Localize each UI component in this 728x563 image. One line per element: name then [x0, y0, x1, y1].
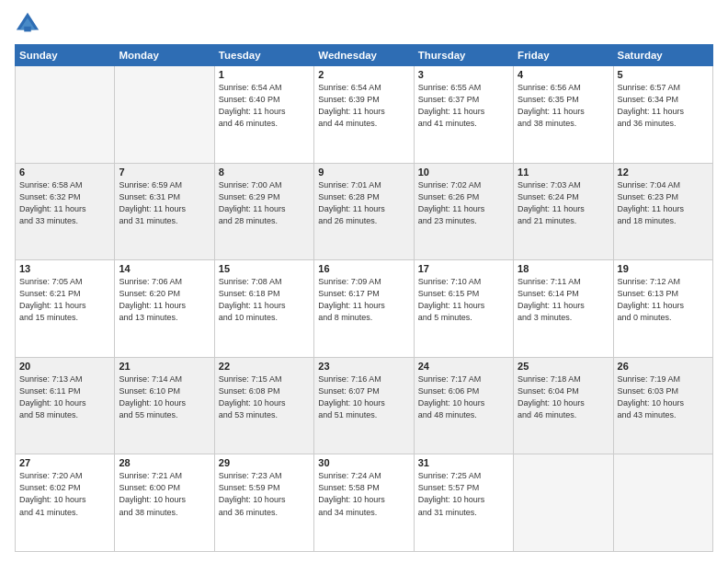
calendar-cell: 24Sunrise: 7:17 AM Sunset: 6:06 PM Dayli…: [414, 357, 513, 454]
calendar-cell: 1Sunrise: 6:54 AM Sunset: 6:40 PM Daylig…: [214, 66, 313, 164]
calendar-cell: 25Sunrise: 7:18 AM Sunset: 6:04 PM Dayli…: [514, 357, 613, 454]
day-number: 19: [618, 263, 709, 274]
day-info: Sunrise: 7:04 AM Sunset: 6:23 PM Dayligh…: [618, 179, 709, 227]
calendar-cell: 18Sunrise: 7:11 AM Sunset: 6:14 PM Dayli…: [514, 260, 613, 358]
day-number: 3: [418, 69, 509, 80]
day-number: 26: [618, 361, 709, 372]
calendar-cell: 9Sunrise: 7:01 AM Sunset: 6:28 PM Daylig…: [314, 163, 414, 260]
day-number: 21: [119, 361, 210, 372]
calendar-cell: 5Sunrise: 6:57 AM Sunset: 6:34 PM Daylig…: [613, 66, 712, 164]
day-info: Sunrise: 7:25 AM Sunset: 5:57 PM Dayligh…: [418, 470, 509, 518]
day-number: 7: [119, 167, 210, 178]
day-info: Sunrise: 7:20 AM Sunset: 6:02 PM Dayligh…: [19, 470, 110, 518]
day-info: Sunrise: 7:15 AM Sunset: 6:08 PM Dayligh…: [219, 373, 310, 421]
day-info: Sunrise: 6:56 AM Sunset: 6:35 PM Dayligh…: [518, 82, 609, 130]
day-info: Sunrise: 7:09 AM Sunset: 6:17 PM Dayligh…: [318, 276, 409, 324]
calendar-cell: 12Sunrise: 7:04 AM Sunset: 6:23 PM Dayli…: [613, 163, 712, 260]
day-number: 15: [219, 263, 310, 274]
day-info: Sunrise: 7:23 AM Sunset: 5:59 PM Dayligh…: [219, 470, 310, 518]
day-number: 12: [618, 167, 709, 178]
calendar-cell: 2Sunrise: 6:54 AM Sunset: 6:39 PM Daylig…: [314, 66, 414, 164]
day-info: Sunrise: 6:57 AM Sunset: 6:34 PM Dayligh…: [618, 82, 709, 130]
day-info: Sunrise: 7:21 AM Sunset: 6:00 PM Dayligh…: [119, 470, 210, 518]
calendar-cell: 21Sunrise: 7:14 AM Sunset: 6:10 PM Dayli…: [115, 357, 214, 454]
day-number: 8: [219, 167, 310, 178]
calendar-week-row: 20Sunrise: 7:13 AM Sunset: 6:11 PM Dayli…: [16, 357, 713, 454]
day-number: 28: [119, 457, 210, 468]
day-number: 4: [518, 69, 609, 80]
calendar-week-row: 6Sunrise: 6:58 AM Sunset: 6:32 PM Daylig…: [16, 163, 713, 260]
calendar-cell: [16, 66, 115, 164]
day-info: Sunrise: 7:05 AM Sunset: 6:21 PM Dayligh…: [19, 276, 110, 324]
calendar-cell: 3Sunrise: 6:55 AM Sunset: 6:37 PM Daylig…: [414, 66, 513, 164]
day-info: Sunrise: 7:19 AM Sunset: 6:03 PM Dayligh…: [618, 373, 709, 421]
day-info: Sunrise: 7:02 AM Sunset: 6:26 PM Dayligh…: [418, 179, 509, 227]
calendar-cell: 16Sunrise: 7:09 AM Sunset: 6:17 PM Dayli…: [314, 260, 414, 358]
day-number: 17: [418, 263, 509, 274]
calendar-cell: 22Sunrise: 7:15 AM Sunset: 6:08 PM Dayli…: [214, 357, 313, 454]
calendar-day-header: Monday: [115, 45, 214, 66]
calendar-cell: 4Sunrise: 6:56 AM Sunset: 6:35 PM Daylig…: [514, 66, 613, 164]
calendar-table: SundayMondayTuesdayWednesdayThursdayFrid…: [15, 44, 713, 552]
calendar-cell: 29Sunrise: 7:23 AM Sunset: 5:59 PM Dayli…: [214, 454, 313, 552]
day-info: Sunrise: 7:00 AM Sunset: 6:29 PM Dayligh…: [219, 179, 310, 227]
svg-rect-2: [24, 27, 30, 32]
calendar-cell: 27Sunrise: 7:20 AM Sunset: 6:02 PM Dayli…: [16, 454, 115, 552]
day-info: Sunrise: 7:11 AM Sunset: 6:14 PM Dayligh…: [518, 276, 609, 324]
calendar-cell: [115, 66, 214, 164]
calendar-day-header: Tuesday: [214, 45, 313, 66]
calendar-day-header: Sunday: [16, 45, 115, 66]
calendar-week-row: 27Sunrise: 7:20 AM Sunset: 6:02 PM Dayli…: [16, 454, 713, 552]
calendar-week-row: 13Sunrise: 7:05 AM Sunset: 6:21 PM Dayli…: [16, 260, 713, 358]
day-info: Sunrise: 7:06 AM Sunset: 6:20 PM Dayligh…: [119, 276, 210, 324]
calendar-cell: 17Sunrise: 7:10 AM Sunset: 6:15 PM Dayli…: [414, 260, 513, 358]
day-number: 27: [19, 457, 110, 468]
calendar-cell: 6Sunrise: 6:58 AM Sunset: 6:32 PM Daylig…: [16, 163, 115, 260]
day-number: 22: [219, 361, 310, 372]
calendar-cell: 15Sunrise: 7:08 AM Sunset: 6:18 PM Dayli…: [214, 260, 313, 358]
calendar-cell: 8Sunrise: 7:00 AM Sunset: 6:29 PM Daylig…: [214, 163, 313, 260]
day-number: 16: [318, 263, 409, 274]
day-info: Sunrise: 7:12 AM Sunset: 6:13 PM Dayligh…: [618, 276, 709, 324]
calendar-cell: 7Sunrise: 6:59 AM Sunset: 6:31 PM Daylig…: [115, 163, 214, 260]
day-info: Sunrise: 7:14 AM Sunset: 6:10 PM Dayligh…: [119, 373, 210, 421]
day-number: 11: [518, 167, 609, 178]
calendar-week-row: 1Sunrise: 6:54 AM Sunset: 6:40 PM Daylig…: [16, 66, 713, 164]
calendar-cell: 14Sunrise: 7:06 AM Sunset: 6:20 PM Dayli…: [115, 260, 214, 358]
calendar-cell: 10Sunrise: 7:02 AM Sunset: 6:26 PM Dayli…: [414, 163, 513, 260]
calendar-cell: 20Sunrise: 7:13 AM Sunset: 6:11 PM Dayli…: [16, 357, 115, 454]
day-number: 23: [318, 361, 409, 372]
calendar-day-header: Thursday: [414, 45, 513, 66]
calendar-cell: 30Sunrise: 7:24 AM Sunset: 5:58 PM Dayli…: [314, 454, 414, 552]
day-number: 24: [418, 361, 509, 372]
day-number: 13: [19, 263, 110, 274]
day-number: 20: [19, 361, 110, 372]
calendar-cell: 23Sunrise: 7:16 AM Sunset: 6:07 PM Dayli…: [314, 357, 414, 454]
calendar-cell: 31Sunrise: 7:25 AM Sunset: 5:57 PM Dayli…: [414, 454, 513, 552]
day-info: Sunrise: 7:08 AM Sunset: 6:18 PM Dayligh…: [219, 276, 310, 324]
calendar-day-header: Wednesday: [314, 45, 414, 66]
day-info: Sunrise: 6:55 AM Sunset: 6:37 PM Dayligh…: [418, 82, 509, 130]
logo-icon: [15, 11, 40, 37]
day-number: 2: [318, 69, 409, 80]
day-number: 10: [418, 167, 509, 178]
header: [15, 11, 713, 37]
day-number: 5: [618, 69, 709, 80]
day-info: Sunrise: 7:10 AM Sunset: 6:15 PM Dayligh…: [418, 276, 509, 324]
day-number: 18: [518, 263, 609, 274]
day-info: Sunrise: 7:24 AM Sunset: 5:58 PM Dayligh…: [318, 470, 409, 518]
day-info: Sunrise: 7:01 AM Sunset: 6:28 PM Dayligh…: [318, 179, 409, 227]
day-info: Sunrise: 7:18 AM Sunset: 6:04 PM Dayligh…: [518, 373, 609, 421]
calendar-cell: 28Sunrise: 7:21 AM Sunset: 6:00 PM Dayli…: [115, 454, 214, 552]
day-info: Sunrise: 7:03 AM Sunset: 6:24 PM Dayligh…: [518, 179, 609, 227]
day-number: 14: [119, 263, 210, 274]
day-number: 6: [19, 167, 110, 178]
day-info: Sunrise: 6:59 AM Sunset: 6:31 PM Dayligh…: [119, 179, 210, 227]
calendar-cell: [514, 454, 613, 552]
logo: [15, 11, 44, 37]
calendar-cell: 13Sunrise: 7:05 AM Sunset: 6:21 PM Dayli…: [16, 260, 115, 358]
day-info: Sunrise: 6:58 AM Sunset: 6:32 PM Dayligh…: [19, 179, 110, 227]
day-info: Sunrise: 7:16 AM Sunset: 6:07 PM Dayligh…: [318, 373, 409, 421]
day-number: 1: [219, 69, 310, 80]
calendar-day-header: Friday: [514, 45, 613, 66]
